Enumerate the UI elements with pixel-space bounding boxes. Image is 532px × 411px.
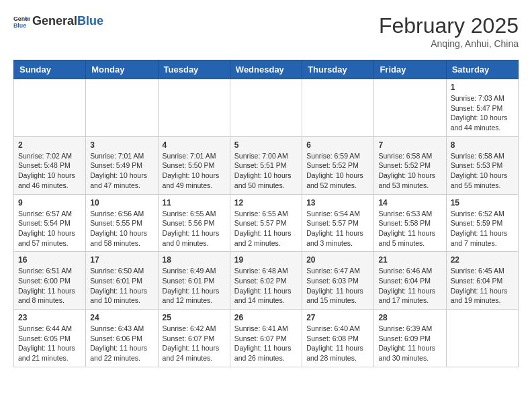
calendar-cell: 6Sunrise: 6:59 AM Sunset: 5:52 PM Daylig… <box>302 136 374 194</box>
calendar-cell <box>86 79 158 137</box>
day-info: Sunrise: 7:01 AM Sunset: 5:49 PM Dayligh… <box>90 151 153 191</box>
calendar-cell: 4Sunrise: 7:01 AM Sunset: 5:50 PM Daylig… <box>158 136 230 194</box>
day-info: Sunrise: 6:47 AM Sunset: 6:03 PM Dayligh… <box>306 266 369 306</box>
day-info: Sunrise: 7:03 AM Sunset: 5:47 PM Dayligh… <box>451 93 514 133</box>
day-number: 16 <box>18 255 81 265</box>
generalblue-logo-icon: General Blue <box>13 13 30 30</box>
calendar-header-row: SundayMondayTuesdayWednesdayThursdayFrid… <box>14 60 519 79</box>
day-number: 4 <box>163 140 226 150</box>
calendar-cell: 17Sunrise: 6:50 AM Sunset: 6:01 PM Dayli… <box>86 252 158 310</box>
calendar-cell: 27Sunrise: 6:40 AM Sunset: 6:08 PM Dayli… <box>302 310 374 367</box>
day-info: Sunrise: 6:52 AM Sunset: 5:59 PM Dayligh… <box>451 209 514 248</box>
day-info: Sunrise: 6:43 AM Sunset: 6:06 PM Dayligh… <box>90 324 153 363</box>
location-subtitle: Anqing, Anhui, China <box>379 38 519 49</box>
day-number: 5 <box>234 140 298 150</box>
day-info: Sunrise: 6:40 AM Sunset: 6:08 PM Dayligh… <box>306 324 369 363</box>
calendar-cell: 8Sunrise: 6:58 AM Sunset: 5:53 PM Daylig… <box>446 136 518 194</box>
calendar-cell <box>446 310 518 367</box>
calendar-cell: 14Sunrise: 6:53 AM Sunset: 5:58 PM Dayli… <box>374 194 446 252</box>
calendar-week-row: 16Sunrise: 6:51 AM Sunset: 6:00 PM Dayli… <box>14 252 519 310</box>
calendar-cell: 3Sunrise: 7:01 AM Sunset: 5:49 PM Daylig… <box>86 136 158 194</box>
calendar-cell: 1Sunrise: 7:03 AM Sunset: 5:47 PM Daylig… <box>446 79 518 137</box>
day-number: 3 <box>90 140 153 150</box>
day-number: 11 <box>163 198 226 208</box>
day-number: 9 <box>18 198 81 208</box>
day-number: 17 <box>90 255 153 265</box>
day-info: Sunrise: 7:01 AM Sunset: 5:50 PM Dayligh… <box>163 151 226 191</box>
day-number: 15 <box>451 198 514 208</box>
calendar-week-row: 9Sunrise: 6:57 AM Sunset: 5:54 PM Daylig… <box>14 194 519 252</box>
logo: General Blue GeneralBlue <box>13 13 103 30</box>
calendar-cell <box>158 79 230 137</box>
calendar-cell: 26Sunrise: 6:41 AM Sunset: 6:07 PM Dayli… <box>230 310 302 367</box>
day-info: Sunrise: 6:46 AM Sunset: 6:04 PM Dayligh… <box>378 266 441 306</box>
day-info: Sunrise: 6:55 AM Sunset: 5:56 PM Dayligh… <box>163 209 226 248</box>
day-number: 21 <box>378 255 441 265</box>
day-number: 22 <box>451 255 514 265</box>
day-number: 6 <box>306 140 369 150</box>
day-info: Sunrise: 6:55 AM Sunset: 5:57 PM Dayligh… <box>234 209 298 248</box>
calendar-cell: 9Sunrise: 6:57 AM Sunset: 5:54 PM Daylig… <box>14 194 86 252</box>
col-header-saturday: Saturday <box>446 60 518 79</box>
col-header-thursday: Thursday <box>302 60 374 79</box>
calendar-cell: 2Sunrise: 7:02 AM Sunset: 5:48 PM Daylig… <box>14 136 86 194</box>
day-number: 1 <box>451 83 514 92</box>
col-header-monday: Monday <box>86 60 158 79</box>
day-info: Sunrise: 6:39 AM Sunset: 6:09 PM Dayligh… <box>378 324 441 363</box>
day-number: 14 <box>378 198 441 208</box>
day-info: Sunrise: 6:42 AM Sunset: 6:07 PM Dayligh… <box>163 324 226 363</box>
day-number: 12 <box>234 198 298 208</box>
calendar-table: SundayMondayTuesdayWednesdayThursdayFrid… <box>13 60 519 367</box>
calendar-cell: 22Sunrise: 6:45 AM Sunset: 6:04 PM Dayli… <box>446 252 518 310</box>
calendar-week-row: 1Sunrise: 7:03 AM Sunset: 5:47 PM Daylig… <box>14 79 519 137</box>
day-number: 10 <box>90 198 153 208</box>
day-info: Sunrise: 6:54 AM Sunset: 5:57 PM Dayligh… <box>306 209 369 248</box>
day-number: 2 <box>18 140 81 150</box>
month-year-title: February 2025 <box>379 13 519 38</box>
title-block: February 2025 Anqing, Anhui, China <box>379 13 519 49</box>
day-info: Sunrise: 6:44 AM Sunset: 6:05 PM Dayligh… <box>18 324 81 363</box>
svg-text:Blue: Blue <box>13 22 26 29</box>
calendar-cell: 21Sunrise: 6:46 AM Sunset: 6:04 PM Dayli… <box>374 252 446 310</box>
calendar-cell: 23Sunrise: 6:44 AM Sunset: 6:05 PM Dayli… <box>14 310 86 367</box>
calendar-week-row: 2Sunrise: 7:02 AM Sunset: 5:48 PM Daylig… <box>14 136 519 194</box>
day-info: Sunrise: 6:56 AM Sunset: 5:55 PM Dayligh… <box>90 209 153 248</box>
calendar-cell: 16Sunrise: 6:51 AM Sunset: 6:00 PM Dayli… <box>14 252 86 310</box>
day-info: Sunrise: 6:58 AM Sunset: 5:53 PM Dayligh… <box>451 151 514 191</box>
day-number: 28 <box>378 313 441 322</box>
day-number: 18 <box>163 255 226 265</box>
day-number: 19 <box>234 255 298 265</box>
day-number: 13 <box>306 198 369 208</box>
calendar-cell: 24Sunrise: 6:43 AM Sunset: 6:06 PM Dayli… <box>86 310 158 367</box>
calendar-cell: 11Sunrise: 6:55 AM Sunset: 5:56 PM Dayli… <box>158 194 230 252</box>
calendar-cell <box>302 79 374 137</box>
day-info: Sunrise: 6:57 AM Sunset: 5:54 PM Dayligh… <box>18 209 81 248</box>
col-header-wednesday: Wednesday <box>230 60 302 79</box>
day-info: Sunrise: 7:00 AM Sunset: 5:51 PM Dayligh… <box>234 151 298 191</box>
day-number: 26 <box>234 313 298 322</box>
calendar-cell: 15Sunrise: 6:52 AM Sunset: 5:59 PM Dayli… <box>446 194 518 252</box>
calendar-cell: 28Sunrise: 6:39 AM Sunset: 6:09 PM Dayli… <box>374 310 446 367</box>
col-header-sunday: Sunday <box>14 60 86 79</box>
day-number: 20 <box>306 255 369 265</box>
day-number: 25 <box>163 313 226 322</box>
page-header: General Blue GeneralBlue February 2025 A… <box>13 13 519 49</box>
day-info: Sunrise: 6:48 AM Sunset: 6:02 PM Dayligh… <box>234 266 298 306</box>
col-header-friday: Friday <box>374 60 446 79</box>
calendar-cell: 5Sunrise: 7:00 AM Sunset: 5:51 PM Daylig… <box>230 136 302 194</box>
calendar-cell: 18Sunrise: 6:49 AM Sunset: 6:01 PM Dayli… <box>158 252 230 310</box>
logo-general-text: General <box>32 14 77 28</box>
col-header-tuesday: Tuesday <box>158 60 230 79</box>
day-number: 23 <box>18 313 81 322</box>
calendar-cell: 10Sunrise: 6:56 AM Sunset: 5:55 PM Dayli… <box>86 194 158 252</box>
day-number: 27 <box>306 313 369 322</box>
calendar-cell: 20Sunrise: 6:47 AM Sunset: 6:03 PM Dayli… <box>302 252 374 310</box>
day-info: Sunrise: 6:51 AM Sunset: 6:00 PM Dayligh… <box>18 266 81 306</box>
calendar-cell: 12Sunrise: 6:55 AM Sunset: 5:57 PM Dayli… <box>230 194 302 252</box>
calendar-cell <box>374 79 446 137</box>
day-info: Sunrise: 6:45 AM Sunset: 6:04 PM Dayligh… <box>451 266 514 306</box>
calendar-cell: 25Sunrise: 6:42 AM Sunset: 6:07 PM Dayli… <box>158 310 230 367</box>
calendar-cell: 7Sunrise: 6:58 AM Sunset: 5:52 PM Daylig… <box>374 136 446 194</box>
day-number: 7 <box>378 140 441 150</box>
day-number: 24 <box>90 313 153 322</box>
